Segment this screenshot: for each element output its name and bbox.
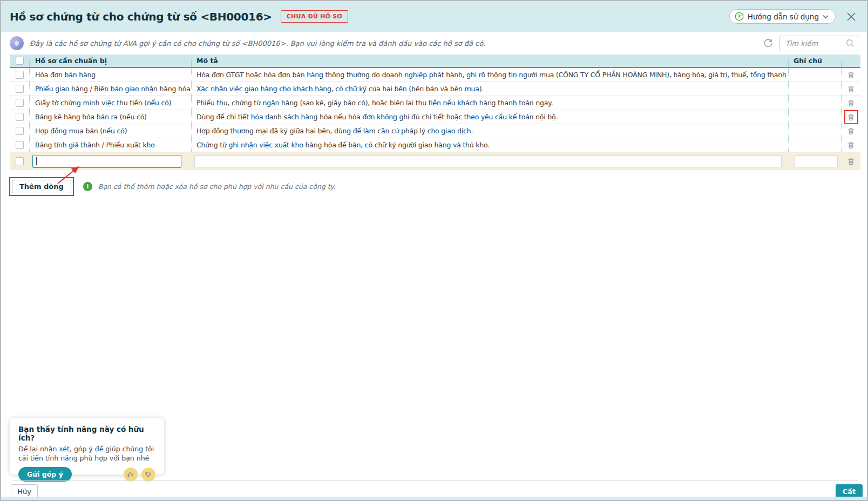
column-header-note: Ghi chú (788, 55, 841, 67)
row-checkbox[interactable] (16, 71, 24, 79)
new-row-description-input[interactable] (194, 155, 782, 167)
bottom-edge-strip (1, 497, 867, 500)
feedback-title: Bạn thấy tính năng này có hữu ích? (18, 425, 155, 442)
delete-row-button[interactable] (844, 138, 858, 152)
thumbs-up-icon[interactable] (124, 468, 138, 482)
new-document-row (10, 152, 860, 170)
row-note (788, 82, 841, 96)
delete-row-button[interactable] (844, 124, 858, 138)
text-caret (36, 157, 37, 165)
user-guide-button[interactable]: ? Hướng dẫn sử dụng (729, 9, 836, 24)
send-feedback-button[interactable]: Gửi góp ý (18, 467, 72, 482)
row-desc: Phiếu thu, chứng từ ngân hàng (sao kê, g… (191, 96, 788, 110)
delete-row-button[interactable] (844, 110, 858, 124)
table-header-row: Hồ sơ cần chuẩn bị Mô tả Ghi chú (10, 55, 860, 68)
feedback-card: Bạn thấy tính năng này có hữu ích? Để lạ… (10, 418, 164, 475)
table-row: Bảng kê hàng hóa bán ra (nếu có) Dùng để… (10, 110, 860, 124)
search-icon (845, 38, 855, 50)
close-icon[interactable] (844, 10, 858, 24)
delete-row-button[interactable] (844, 68, 858, 82)
delete-row-button[interactable] (844, 96, 858, 110)
row-desc: Dùng để chi tiết hóa danh sách hàng hóa … (191, 110, 788, 124)
row-checkbox[interactable] (16, 141, 24, 149)
delete-row-button[interactable] (844, 154, 858, 168)
new-row-note-input[interactable] (795, 155, 838, 167)
row-note (788, 110, 841, 124)
row-name: Bảng kê hàng hóa bán ra (nếu có) (29, 110, 191, 124)
table-row: Giấy tờ chứng minh việc thu tiền (nếu có… (10, 96, 860, 110)
thumbs-down-icon[interactable] (141, 468, 155, 482)
column-header-prepare: Hồ sơ cần chuẩn bị (29, 55, 191, 67)
info-icon: i (83, 182, 92, 191)
feedback-body: Để lại nhận xét, góp ý để giúp chúng tôi… (18, 445, 157, 463)
row-name: Giấy tờ chứng minh việc thu tiền (nếu có… (29, 96, 191, 110)
suggestion-hint: Đây là các hồ sơ chứng từ AVA gợi ý cần … (30, 39, 485, 48)
help-circle-icon: ? (735, 12, 744, 21)
ava-bot-avatar (10, 36, 24, 50)
row-desc: Chứng từ ghi nhận việc xuất kho hàng hóa… (191, 138, 788, 152)
row-checkbox[interactable] (16, 127, 24, 135)
new-row-name-input[interactable] (32, 155, 181, 168)
refresh-icon[interactable] (762, 37, 775, 50)
svg-text:?: ? (738, 13, 741, 19)
add-row-hint: Bạn có thể thêm hoặc xóa hồ sơ cho phù h… (98, 182, 335, 191)
row-note (788, 138, 841, 152)
row-name: Phiếu giao hàng / Biên bản giao nhận hàn… (29, 82, 191, 96)
row-checkbox[interactable] (16, 99, 24, 107)
row-name: Hóa đơn bán hàng (29, 68, 191, 82)
dialog-titlebar: Hồ sơ chứng từ cho chứng từ số <BH00016>… (1, 1, 867, 32)
row-note (788, 96, 841, 110)
annotation-highlight-box: Thêm dòng (9, 177, 74, 196)
row-checkbox[interactable] (16, 113, 24, 121)
chevron-down-icon (823, 15, 829, 19)
row-name: Hợp đồng mua bán (nếu có) (29, 124, 191, 138)
page-title: Hồ sơ chứng từ cho chứng từ số <BH00016> (10, 10, 272, 23)
search-box (779, 36, 858, 51)
row-note (788, 68, 841, 82)
row-desc: Hóa đơn GTGT hoặc hóa đơn bán hàng thông… (191, 68, 788, 82)
table-row: Bảng tính giá thành / Phiếu xuất kho Chứ… (10, 138, 860, 152)
column-header-description: Mô tả (191, 55, 788, 67)
select-all-checkbox[interactable] (16, 57, 24, 65)
row-checkbox[interactable] (16, 85, 24, 93)
document-checklist-dialog: Hồ sơ chứng từ cho chứng từ số <BH00016>… (0, 0, 868, 501)
column-header-actions (841, 55, 860, 67)
table-row: Hóa đơn bán hàng Hóa đơn GTGT hoặc hóa đ… (10, 68, 860, 82)
table-body: Hóa đơn bán hàng Hóa đơn GTGT hoặc hóa đ… (10, 68, 860, 152)
row-name: Bảng tính giá thành / Phiếu xuất kho (29, 138, 191, 152)
row-desc: Hợp đồng thương mại đã ký giữa hai bên, … (191, 124, 788, 138)
documents-table: Hồ sơ cần chuẩn bị Mô tả Ghi chú Hóa đơn… (10, 55, 860, 170)
delete-row-button[interactable] (844, 82, 858, 96)
row-checkbox[interactable] (16, 157, 24, 165)
table-row: Hợp đồng mua bán (nếu có) Hợp đồng thươn… (10, 124, 860, 138)
row-desc: Xác nhận việc giao hàng cho khách hàng, … (191, 82, 788, 96)
toolbar: Đây là các hồ sơ chứng từ AVA gợi ý cần … (1, 32, 867, 55)
add-row-button[interactable]: Thêm dòng (12, 180, 71, 193)
user-guide-label: Hướng dẫn sử dụng (748, 12, 819, 21)
add-row-area: Thêm dòng i Bạn có thể thêm hoặc xóa hồ … (9, 177, 335, 196)
row-note (788, 124, 841, 138)
footer-divider (12, 480, 858, 481)
table-row: Phiếu giao hàng / Biên bản giao nhận hàn… (10, 82, 860, 96)
status-badge: CHƯA ĐỦ HỒ SƠ (281, 10, 348, 23)
